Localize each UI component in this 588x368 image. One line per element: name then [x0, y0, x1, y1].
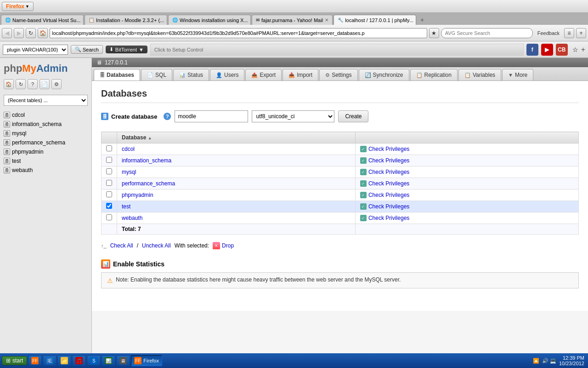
firefox-menu-button[interactable]: Firefox ▼ — [2, 2, 34, 11]
row-checkbox-test[interactable] — [106, 203, 112, 209]
check-all-link[interactable]: Check All — [110, 242, 133, 249]
tab-5[interactable]: 🔧 localhost / 127.0.0.1 | phpMy... ✕ — [334, 15, 416, 25]
check-priv-phpmyadmin[interactable]: ✓ Check Privileges — [360, 192, 574, 198]
address-bar[interactable] — [50, 28, 427, 38]
tab-5-close[interactable]: ✕ — [415, 17, 416, 23]
sidebar-db-webauth[interactable]: 🗄 webauth — [0, 166, 91, 175]
sort-asc-icon[interactable]: ▲ — [148, 136, 152, 140]
tab-variables[interactable]: 📋 Variables — [458, 69, 501, 80]
db-link-test[interactable]: test — [122, 203, 130, 210]
cb-icon[interactable]: CB — [556, 44, 568, 56]
tab-1[interactable]: 🌐 Name-based Virtual Host Su... ✕ — [1, 15, 84, 25]
taskbar-minimize-icon[interactable]: 🔼 — [533, 358, 539, 364]
home-button[interactable]: 🏠 — [38, 28, 48, 38]
tab-replication[interactable]: 📋 Replication — [410, 69, 458, 80]
create-button[interactable]: Create — [338, 110, 368, 122]
check-priv-webauth[interactable]: ✓ Check Privileges — [360, 215, 574, 221]
tab-synchronize[interactable]: 🔄 Synchronize — [359, 69, 409, 80]
back-button[interactable]: ◀ — [2, 28, 12, 38]
sidebar-db-mysql[interactable]: 🗄 mysql — [0, 129, 91, 138]
check-priv-mysql[interactable]: ✓ Check Privileges — [360, 169, 574, 175]
check-priv-cdcol-label: Check Privileges — [368, 146, 409, 152]
check-priv-performance-schema[interactable]: ✓ Check Privileges — [360, 180, 574, 187]
tab-status[interactable]: 📊 Status — [173, 69, 209, 80]
table-row: information_schema ✓ Check Privileges — [102, 155, 579, 167]
sidebar-db-phpmyadmin[interactable]: 🗄 phpmyadmin — [0, 147, 91, 156]
row-checkbox-phpmyadmin[interactable] — [106, 191, 112, 197]
row-checkbox-cdcol[interactable] — [106, 145, 112, 151]
taskbar-icon-3: 📁 — [61, 357, 68, 364]
search-button[interactable]: 🔍 Search — [71, 45, 103, 54]
table-header-database[interactable]: Database ▲ — [117, 132, 356, 144]
tab-3-close[interactable]: ✕ — [250, 17, 251, 23]
nav-extra-2[interactable]: + — [576, 28, 586, 38]
row-checkbox-performance-schema[interactable] — [106, 180, 112, 186]
check-priv-test[interactable]: ✓ Check Privileges — [360, 203, 574, 210]
taskbar-icon-5: S — [90, 357, 97, 364]
youtube-icon[interactable]: ▶ — [541, 44, 553, 56]
taskbar-item-2[interactable]: IE — [43, 355, 57, 366]
search-bar[interactable] — [441, 28, 533, 38]
db-name-input[interactable] — [175, 110, 248, 122]
plugin-select[interactable]: plugin VARCHAR(100) — [3, 45, 68, 55]
db-link-information-schema[interactable]: information_schema — [122, 157, 171, 164]
bookmark-button[interactable]: ★ — [429, 28, 439, 38]
recent-tables-dropdown[interactable]: (Recent tables) ... — [4, 95, 88, 106]
sidebar-db-test[interactable]: 🗄 test — [0, 156, 91, 166]
help-icon[interactable]: ? — [164, 113, 171, 120]
check-priv-cdcol[interactable]: ✓ Check Privileges — [360, 146, 574, 152]
row-checkbox-information-schema[interactable] — [106, 157, 112, 163]
bittorrent-section[interactable]: ⬇ BitTorrent ▼ — [106, 46, 147, 53]
tab-2[interactable]: 📋 Installation - Moodle 2.3.2+ (... ✕ — [85, 15, 167, 25]
start-button[interactable]: ⊞ start — [2, 356, 27, 365]
tab-4-close[interactable]: ✕ — [325, 17, 328, 23]
db-link-performance-schema[interactable]: performance_schema — [122, 180, 175, 187]
select-arrow-icon[interactable]: ↑_ — [101, 243, 107, 248]
tab-export[interactable]: 📤 Export — [245, 69, 282, 80]
sidebar-refresh-button[interactable]: ↻ — [16, 79, 26, 89]
sidebar-settings-button[interactable]: ⚙ — [51, 79, 62, 89]
taskbar-item-7[interactable]: 🖥 — [116, 355, 130, 366]
setup-control-button[interactable]: Click to Setup Control — [150, 44, 524, 56]
tab-databases[interactable]: 🗄 Databases — [94, 69, 140, 80]
sidebar-db-performance-schema[interactable]: 🗄 performance_schema — [0, 138, 91, 147]
db-link-webauth[interactable]: webauth — [122, 215, 142, 221]
tab-sql[interactable]: 📄 SQL — [141, 69, 172, 80]
taskbar-item-3[interactable]: 📁 — [57, 355, 71, 366]
db-link-mysql[interactable]: mysql — [122, 169, 136, 175]
tab-2-close[interactable]: ✕ — [166, 17, 167, 23]
feedback-button[interactable]: Feedback — [535, 29, 562, 37]
taskbar-item-4[interactable]: 🎵 — [72, 355, 86, 366]
taskbar-item-6[interactable]: 📊 — [102, 355, 115, 366]
taskbar-item-8[interactable]: FF Firefox — [131, 355, 162, 366]
facebook-icon[interactable]: f — [526, 44, 538, 56]
sidebar-help-button[interactable]: ? — [28, 79, 38, 89]
new-tab-button[interactable]: + — [417, 15, 427, 25]
star-icon[interactable]: ☆ — [572, 46, 578, 53]
taskbar-item-5[interactable]: S — [87, 355, 101, 366]
sidebar-docs-button[interactable]: 📄 — [40, 79, 50, 89]
tab-users[interactable]: 👤 Users — [210, 69, 244, 80]
sidebar-db-information-schema[interactable]: 🗄 information_schema — [0, 120, 91, 129]
row-checkbox-webauth[interactable] — [106, 214, 112, 220]
db-link-phpmyadmin[interactable]: phpmyadmin — [122, 192, 153, 198]
uncheck-all-link[interactable]: Uncheck All — [142, 242, 171, 249]
collation-select[interactable]: utf8_unicode_ci utf8_general_ci latin1_s… — [252, 110, 334, 122]
forward-button[interactable]: ▶ — [14, 28, 24, 38]
check-priv-information-schema[interactable]: ✓ Check Privileges — [360, 157, 574, 164]
db-link-cdcol[interactable]: cdcol — [122, 146, 135, 152]
tab-1-close[interactable]: ✕ — [82, 17, 84, 23]
sidebar-db-cdcol[interactable]: 🗄 cdcol — [0, 110, 91, 120]
drop-button[interactable]: ✕ Drop — [213, 242, 234, 249]
tab-import[interactable]: 📥 Import — [283, 69, 318, 80]
sidebar-home-button[interactable]: 🏠 — [4, 79, 14, 89]
nav-extra-1[interactable]: ≡ — [564, 28, 574, 38]
tab-4[interactable]: ✉ fajar.purnama - Yahoo! Mail ✕ — [252, 15, 333, 25]
tab-more[interactable]: ▼ More — [502, 69, 533, 80]
taskbar-item-1[interactable]: FF — [28, 355, 42, 366]
tab-3[interactable]: 🌐 Windows installation using X... ✕ — [168, 15, 251, 25]
tab-settings[interactable]: ⚙ Settings — [319, 69, 357, 80]
plus-icon[interactable]: + — [581, 46, 585, 54]
row-checkbox-mysql[interactable] — [106, 168, 112, 174]
reload-button[interactable]: ↻ — [26, 28, 36, 38]
